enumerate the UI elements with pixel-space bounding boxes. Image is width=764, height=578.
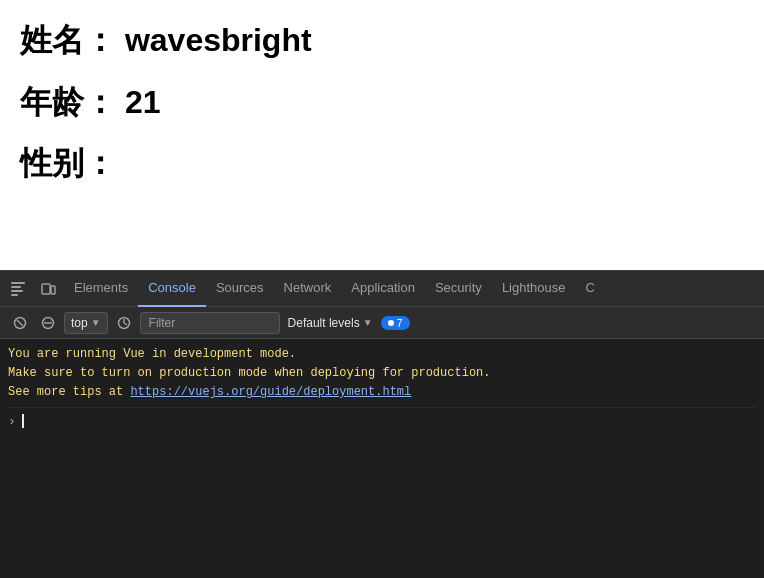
tab-elements[interactable]: Elements	[64, 271, 138, 307]
svg-rect-0	[11, 282, 25, 284]
context-arrow-icon: ▼	[91, 317, 101, 328]
message-count-badge: 7	[381, 316, 410, 330]
tab-console[interactable]: Console	[138, 271, 206, 307]
console-toolbar: top ▼ Default levels ▼ 7	[0, 307, 764, 339]
svg-rect-2	[11, 290, 23, 292]
tab-sources[interactable]: Sources	[206, 271, 274, 307]
default-levels-button[interactable]: Default levels ▼	[284, 314, 377, 332]
device-toolbar-icon[interactable]	[34, 275, 62, 303]
tab-application-label: Application	[351, 280, 415, 295]
age-row: 年龄： 21	[20, 82, 744, 124]
console-line-3: See more tips at	[8, 385, 130, 399]
age-label: 年龄：	[20, 84, 116, 120]
tab-security-label: Security	[435, 280, 482, 295]
svg-line-7	[17, 320, 23, 326]
cursor	[22, 414, 24, 428]
name-label: 姓名：	[20, 22, 116, 58]
inspect-element-icon[interactable]	[4, 275, 32, 303]
console-prompt: ›	[8, 410, 756, 433]
tab-lighthouse-label: Lighthouse	[502, 280, 566, 295]
tab-elements-label: Elements	[74, 280, 128, 295]
devtools-tab-bar: Elements Console Sources Network Applica…	[0, 271, 764, 307]
svg-line-12	[124, 323, 127, 325]
levels-arrow-icon: ▼	[363, 317, 373, 328]
message-count: 7	[397, 317, 403, 329]
gender-label: 性别：	[20, 145, 116, 181]
clear-console-icon[interactable]	[8, 311, 32, 335]
svg-rect-1	[11, 286, 21, 288]
gender-row: 性别：	[20, 143, 744, 185]
tab-security[interactable]: Security	[425, 271, 492, 307]
context-value: top	[71, 316, 88, 330]
svg-rect-5	[51, 286, 55, 294]
svg-rect-3	[11, 294, 18, 296]
console-link[interactable]: https://vuejs.org/guide/deployment.html	[130, 385, 411, 399]
tab-lighthouse[interactable]: Lighthouse	[492, 271, 576, 307]
name-row: 姓名： wavesbright	[20, 20, 744, 62]
tab-more-label: C	[586, 280, 595, 295]
badge-dot	[388, 320, 394, 326]
prompt-chevron-icon: ›	[8, 414, 16, 429]
devtools-panel: Elements Console Sources Network Applica…	[0, 270, 764, 578]
tab-network[interactable]: Network	[274, 271, 342, 307]
age-value: 21	[125, 84, 161, 120]
levels-label: Default levels	[288, 316, 360, 330]
tab-sources-label: Sources	[216, 280, 264, 295]
svg-rect-4	[42, 284, 50, 294]
tab-console-label: Console	[148, 280, 196, 295]
filter-input[interactable]	[140, 312, 280, 334]
block-icon[interactable]	[36, 311, 60, 335]
tab-more[interactable]: C	[576, 271, 605, 307]
context-selector[interactable]: top ▼	[64, 312, 108, 334]
name-value: wavesbright	[125, 22, 312, 58]
main-content: 姓名： wavesbright 年龄： 21 性别：	[0, 0, 764, 270]
tab-network-label: Network	[284, 280, 332, 295]
console-line-1: You are running Vue in development mode.	[8, 347, 296, 361]
tab-application[interactable]: Application	[341, 271, 425, 307]
console-line-2: Make sure to turn on production mode whe…	[8, 366, 490, 380]
console-output[interactable]: You are running Vue in development mode.…	[0, 339, 764, 578]
preserve-log-icon[interactable]	[112, 311, 136, 335]
console-message-vue: You are running Vue in development mode.…	[8, 343, 756, 408]
